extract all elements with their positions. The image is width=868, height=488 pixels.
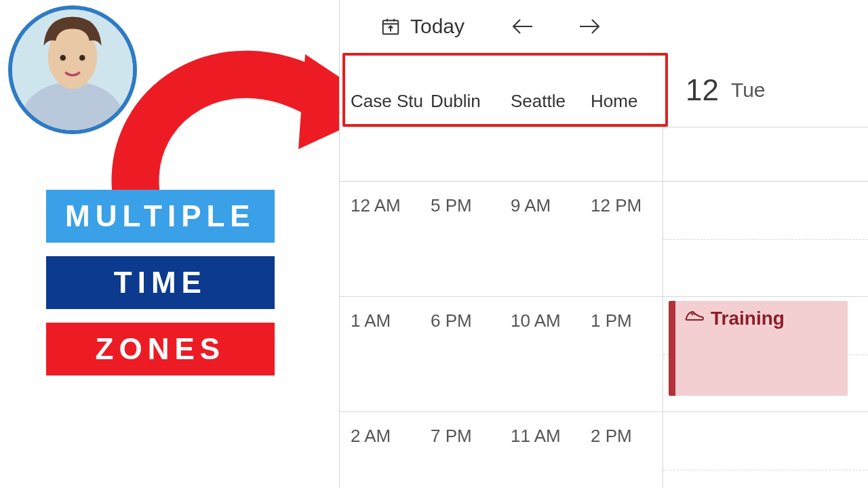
svg-point-3 [79, 55, 85, 61]
calendar-panel: Today Case Stu Dublin Seattle Home [339, 0, 868, 488]
time-cell: 5 PM [422, 182, 502, 296]
timezone-label: Home [585, 91, 665, 124]
event-column[interactable]: Training [663, 297, 868, 411]
title-word-3: ZONES [46, 323, 275, 375]
time-cell [583, 127, 663, 181]
today-label: Today [410, 15, 465, 38]
time-cell [342, 127, 422, 181]
time-cell: 6 PM [422, 297, 502, 411]
timezone-label: Case Stu [345, 91, 425, 124]
hour-row[interactable]: 12 AM 5 PM 9 AM 12 PM [340, 182, 868, 297]
time-cell: 10 AM [502, 297, 583, 411]
event-column[interactable] [663, 412, 868, 488]
time-cell: 12 AM [342, 182, 422, 296]
time-cell: 7 PM [422, 412, 502, 488]
svg-point-2 [60, 55, 66, 61]
time-cell [502, 127, 583, 181]
calendar-today-icon [380, 16, 401, 37]
hour-row[interactable]: 1 AM 6 PM 10 AM 1 PM Training [340, 297, 868, 412]
next-arrow[interactable] [578, 17, 606, 36]
prev-arrow[interactable] [511, 17, 538, 36]
day-name: Tue [731, 79, 766, 102]
time-cell: 1 AM [342, 297, 422, 411]
timezone-label: Dublin [425, 91, 505, 124]
timezone-label: Seattle [505, 91, 585, 124]
calendar-grid[interactable]: 12 AM 5 PM 9 AM 12 PM 1 AM 6 PM 10 AM 1 … [340, 127, 868, 488]
time-cell: 1 PM [583, 297, 663, 411]
title-word-1: MULTIPLE [46, 190, 275, 243]
hour-row[interactable] [340, 127, 868, 182]
timezone-header-row: Case Stu Dublin Seattle Home 12 Tue [340, 53, 868, 127]
day-header[interactable]: 12 Tue [668, 53, 868, 127]
event-title: Training [711, 308, 785, 329]
time-cell: 2 AM [342, 412, 422, 488]
calendar-toolbar: Today [340, 0, 868, 53]
title-word-2: TIME [46, 256, 275, 309]
calendar-event[interactable]: Training [669, 301, 848, 396]
event-column[interactable] [663, 127, 868, 181]
today-button[interactable]: Today [380, 15, 465, 38]
time-cell: 2 PM [583, 412, 663, 488]
time-cell: 9 AM [502, 182, 583, 296]
time-cell: 12 PM [583, 182, 663, 296]
timezone-labels-box: Case Stu Dublin Seattle Home [342, 53, 668, 127]
svg-line-12 [691, 313, 693, 315]
time-cell [422, 127, 502, 181]
day-number: 12 [686, 73, 719, 107]
shoe-icon [685, 308, 704, 327]
hour-row[interactable]: 2 AM 7 PM 11 AM 2 PM [340, 412, 868, 488]
thumbnail-overlay: MULTIPLE TIME ZONES [0, 0, 339, 488]
title-stack: MULTIPLE TIME ZONES [46, 190, 275, 375]
event-column[interactable] [663, 182, 868, 296]
time-cell: 11 AM [502, 412, 583, 488]
presenter-avatar [8, 5, 137, 134]
